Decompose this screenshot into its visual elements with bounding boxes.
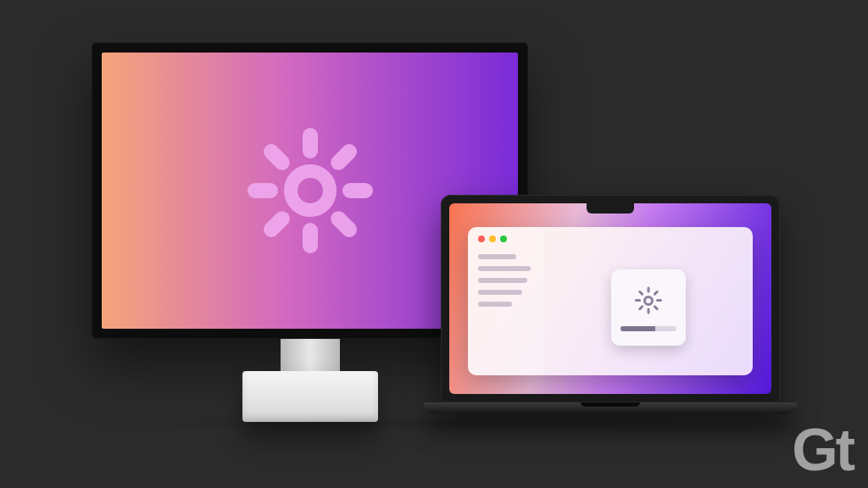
monitor-stand-arm: [281, 339, 340, 371]
display-notch: [587, 203, 634, 214]
sidebar-item[interactable]: [478, 266, 531, 271]
brightness-hud: [611, 269, 686, 346]
watermark-text: Gt: [792, 417, 853, 483]
close-icon[interactable]: [478, 236, 485, 242]
sidebar-item[interactable]: [478, 302, 512, 307]
brightness-icon: [225, 106, 395, 275]
window-sidebar: [468, 227, 544, 375]
laptop-lid: [441, 195, 780, 402]
brightness-slider[interactable]: [620, 326, 676, 331]
sidebar-item[interactable]: [478, 254, 516, 259]
brightness-slider-fill: [620, 326, 655, 331]
settings-window: [468, 227, 753, 375]
sidebar-item[interactable]: [478, 278, 527, 283]
brightness-icon: [632, 284, 665, 318]
window-content: [544, 227, 753, 375]
floor-shadow: [68, 422, 817, 425]
minimize-icon[interactable]: [489, 236, 496, 242]
laptop-base: [424, 402, 797, 414]
illustration-stage: Gt: [0, 0, 868, 488]
sidebar-item[interactable]: [478, 290, 522, 295]
watermark-logo: Gt: [792, 420, 853, 480]
monitor-stand-base: [242, 371, 378, 422]
window-traffic-lights[interactable]: [478, 236, 534, 242]
macbook: [424, 195, 797, 414]
laptop-screen: [449, 203, 771, 394]
zoom-icon[interactable]: [500, 236, 507, 242]
